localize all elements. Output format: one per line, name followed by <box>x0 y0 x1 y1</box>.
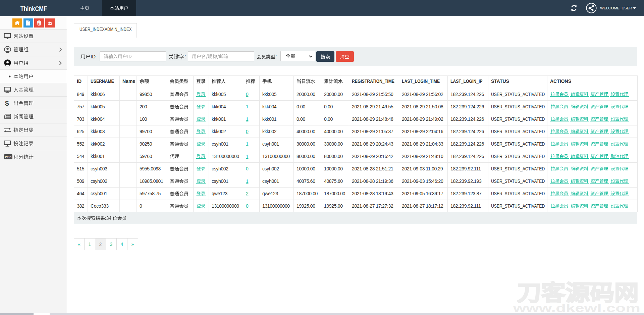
svg-text:VISA: VISA <box>5 155 12 159</box>
